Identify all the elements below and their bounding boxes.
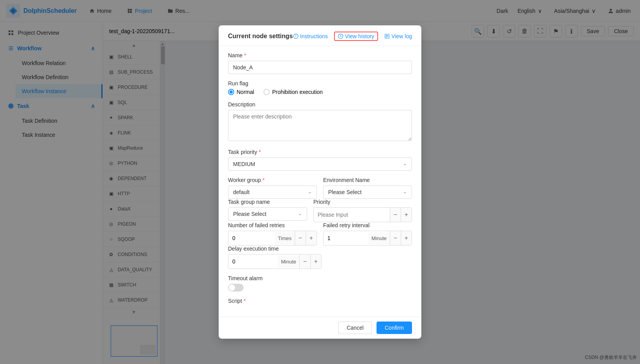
task-group-name-select[interactable]: Please Select [228,207,307,221]
failed-retries-minus-button[interactable]: − [295,231,306,245]
run-flag-group: Run flag Normal Prohibition execution [228,80,412,95]
delay-exec-time-label: Delay execution time [228,246,412,252]
retries-row: Number of failed retries Times − + Faile… [228,222,412,246]
worker-group-label: Worker group * [228,177,317,183]
modal-footer: Cancel Confirm [219,316,421,339]
environment-name-select[interactable]: Please Select [323,186,412,199]
environment-name-wrapper: Please Select [323,186,412,199]
task-group-name-label: Task group name [228,199,307,205]
task-group-priority-row: Task group name Please Select Priority [228,199,412,222]
priority-col: Priority − + [313,199,412,222]
priority-required-mark: * [259,149,261,155]
retry-interval-input[interactable] [324,232,368,244]
task-priority-label: Task priority * [228,149,412,155]
retry-interval-minus-button[interactable]: − [390,231,401,245]
retry-interval-unit: Minute [368,232,390,244]
task-group-name-col: Task group name Please Select [228,199,307,222]
script-label: Script * [228,298,412,304]
task-group-name-wrapper: Please Select [228,207,307,221]
worker-required-mark: * [263,177,265,183]
description-label: Description [228,101,412,108]
retry-interval-col: Failed retry interval Minute − + [323,222,412,246]
script-group: Script * [228,298,412,304]
radio-prohibition-circle [263,89,270,95]
delay-exec-plus-button[interactable]: + [310,254,321,269]
retry-interval-wrapper: Minute − + [323,231,412,246]
view-history-link[interactable]: View history [334,32,378,41]
timeout-alarm-group: Timeout alarm [228,275,412,292]
timeout-alarm-label: Timeout alarm [228,275,412,281]
run-flag-label: Run flag [228,80,412,87]
confirm-button[interactable]: Confirm [377,322,412,334]
delay-exec-unit: Minute [278,256,299,268]
task-priority-group: Task priority * MEDIUM HIGHEST HIGH LOW … [228,149,412,171]
worker-group-select[interactable]: default [228,186,317,199]
name-required-mark: * [244,52,246,58]
delay-exec-wrapper: Minute − + [228,254,322,269]
name-field-group: Name * [228,52,412,74]
worker-env-row: Worker group * default Environment Name [228,177,412,199]
priority-minus-button[interactable]: − [390,208,401,222]
watermark: CSDN @勇敢羊羊在飞奔 [585,354,637,361]
modal-overlay: Current node settings Instructions View … [0,0,640,364]
retry-interval-plus-button[interactable]: + [401,231,412,245]
timeout-alarm-toggle[interactable] [228,284,244,292]
radio-prohibition[interactable]: Prohibition execution [263,89,323,95]
environment-name-col: Environment Name Please Select [323,177,412,199]
failed-retries-wrapper: Times − + [228,231,317,246]
task-priority-select-wrapper: MEDIUM HIGHEST HIGH LOW LOWEST [228,157,412,171]
priority-label: Priority [313,199,412,205]
priority-input[interactable] [314,209,390,221]
delay-exec-minus-button[interactable]: − [299,254,310,269]
worker-group-wrapper: default [228,186,317,199]
environment-name-label: Environment Name [323,177,412,183]
failed-retries-label: Number of failed retries [228,222,317,228]
delay-exec-input[interactable] [228,255,278,268]
task-priority-select[interactable]: MEDIUM HIGHEST HIGH LOW LOWEST [228,157,412,171]
priority-input-wrapper: − + [313,207,412,222]
description-field-group: Description [228,101,412,143]
node-settings-modal: Current node settings Instructions View … [219,25,421,339]
script-required-mark: * [244,298,246,304]
name-input[interactable] [228,61,412,74]
name-label: Name * [228,52,412,58]
description-input[interactable] [228,110,412,141]
failed-retries-plus-button[interactable]: + [306,231,316,245]
failed-retries-col: Number of failed retries Times − + [228,222,317,246]
view-log-link[interactable]: View log [384,33,412,39]
radio-normal-circle [228,89,234,95]
priority-plus-button[interactable]: + [401,208,412,222]
worker-group-col: Worker group * default [228,177,317,199]
failed-retries-input[interactable] [228,232,275,244]
retry-interval-label: Failed retry interval [323,222,412,228]
modal-header: Current node settings Instructions View … [219,25,421,46]
modal-body: Name * Run flag Normal Prohibi [219,46,421,316]
modal-title: Current node settings [228,33,293,40]
run-flag-radio-group: Normal Prohibition execution [228,89,412,95]
radio-normal[interactable]: Normal [228,89,254,95]
cancel-button[interactable]: Cancel [338,322,372,334]
instructions-link[interactable]: Instructions [293,33,328,39]
delay-exec-time-group: Delay execution time Minute − + [228,246,412,269]
failed-retries-unit: Times [275,232,295,244]
modal-actions: Instructions View history View log [293,32,412,41]
